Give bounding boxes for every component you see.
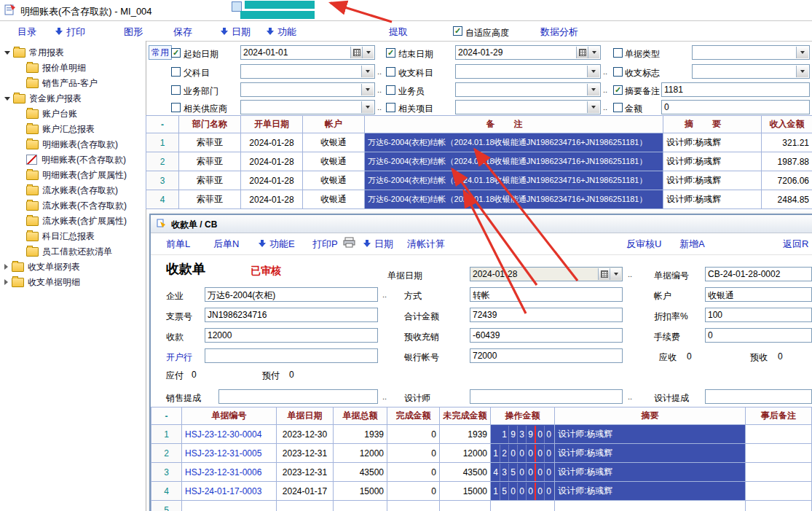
doc-no-cell[interactable] bbox=[182, 501, 277, 511]
sidebar-item-sales-product-customer[interactable]: 销售产品-客户 bbox=[26, 77, 98, 92]
table-row[interactable]: 4 HSJ-24-01-17-0003 2024-01-17 15000 0 1… bbox=[151, 482, 812, 501]
done-cell[interactable]: 0 bbox=[387, 463, 440, 482]
undone-cell[interactable]: 1939 bbox=[440, 425, 491, 444]
after-note-cell[interactable] bbox=[746, 444, 812, 463]
inout-flag-select[interactable] bbox=[692, 64, 810, 79]
dropdown-icon[interactable] bbox=[587, 66, 599, 77]
income-cell[interactable]: 1987.88 bbox=[762, 152, 812, 171]
doc-total-cell[interactable]: 43500 bbox=[334, 463, 387, 482]
dept-cell[interactable]: 索菲亚 bbox=[179, 133, 241, 152]
salesman-checkbox[interactable] bbox=[386, 85, 395, 95]
menu-print[interactable]: 打印 bbox=[55, 26, 85, 39]
table-row[interactable]: 2 索菲亚 2024-01-28 收银通 万达6-2004(衣柜)结帐（2024… bbox=[146, 152, 812, 171]
after-note-cell[interactable] bbox=[746, 463, 812, 482]
prev-doc-button[interactable]: 前单L bbox=[166, 238, 190, 251]
sidebar-item-flow-without-deposit[interactable]: 流水账表(不含存取款) bbox=[26, 200, 127, 214]
table-row[interactable]: 2 HSJ-23-12-31-0005 2023-12-31 12000 0 1… bbox=[151, 444, 812, 463]
sidebar-item-common-reports[interactable]: 常用报表 bbox=[4, 47, 64, 61]
sidebar-item-flow-extended[interactable]: 流水账表(含扩展属性) bbox=[26, 215, 127, 230]
menu-function[interactable]: 功能 bbox=[267, 26, 296, 39]
dept-cell[interactable]: 索菲亚 bbox=[179, 152, 241, 171]
dept-checkbox[interactable] bbox=[171, 85, 181, 95]
summary-cell[interactable]: 设计师:杨彧辉 bbox=[663, 190, 762, 209]
income-cell[interactable]: 321.21 bbox=[762, 133, 812, 152]
dept-select[interactable] bbox=[240, 82, 375, 97]
design-commission-input[interactable] bbox=[705, 389, 812, 404]
dropdown-icon[interactable] bbox=[362, 47, 374, 58]
supplier-select[interactable] bbox=[240, 100, 375, 114]
doc-date-input[interactable]: 2024-01-28 bbox=[470, 267, 623, 281]
doc-no-cell[interactable]: HSJ-24-01-17-0003 bbox=[182, 482, 277, 501]
doc-date-cell[interactable]: 2023-12-30 bbox=[277, 425, 334, 444]
doc-no-cell[interactable]: HSJ-23-12-31-0006 bbox=[182, 463, 277, 482]
end-date-checkbox[interactable]: ✓ bbox=[386, 48, 395, 58]
dropdown-icon[interactable] bbox=[361, 101, 374, 113]
menu-catalog[interactable]: 目录 bbox=[17, 26, 36, 39]
dropdown-icon[interactable] bbox=[361, 84, 374, 95]
table-row[interactable]: 3 索菲亚 2024-01-28 收银通 万达6-2004(衣柜)结帐（2024… bbox=[146, 171, 812, 190]
note-cell-selected[interactable]: 万达6-2004(衣柜)结帐（2024.01.18收银能通JN198623471… bbox=[365, 190, 663, 209]
sidebar-item-account-summary[interactable]: 账户汇总报表 bbox=[26, 123, 95, 138]
parent-subject-select[interactable] bbox=[240, 64, 375, 79]
date-cell[interactable]: 2024-01-28 bbox=[241, 152, 303, 171]
dropdown-icon[interactable] bbox=[588, 47, 599, 58]
date-cell[interactable]: 2024-01-28 bbox=[241, 171, 303, 190]
back-button[interactable]: 返回R bbox=[783, 238, 808, 251]
summary-cell-selected[interactable]: 设计师:杨彧辉 bbox=[555, 444, 746, 463]
inout-subject-select[interactable] bbox=[455, 64, 601, 79]
after-note-cell[interactable] bbox=[746, 501, 812, 511]
doc-total-cell[interactable]: 1939 bbox=[334, 425, 387, 444]
summary-cell[interactable]: 设计师:杨彧辉 bbox=[663, 133, 762, 152]
summary-cell-selected[interactable]: 设计师:杨彧辉 bbox=[555, 425, 746, 444]
sidebar-item-fund-account-reports[interactable]: 资金账户报表 bbox=[4, 93, 82, 107]
amount-checkbox[interactable] bbox=[613, 103, 623, 112]
done-cell[interactable]: 0 bbox=[387, 444, 440, 463]
dropdown-icon[interactable] bbox=[610, 268, 621, 280]
fee-input[interactable]: 0 bbox=[705, 328, 812, 343]
undone-cell[interactable]: 12000 bbox=[440, 444, 491, 463]
account-cell[interactable]: 收银通 bbox=[303, 171, 365, 190]
menu-extract[interactable]: 提取 bbox=[389, 26, 408, 39]
sidebar-item-flow-with-deposit[interactable]: 流水账表(含存取款) bbox=[26, 184, 118, 199]
sidebar-item-detail-extended[interactable]: 明细账表(含扩展属性) bbox=[26, 169, 127, 184]
dropdown-icon[interactable] bbox=[587, 84, 599, 95]
note-cell-selected[interactable]: 万达6-2004(衣柜)结帐（2024.01.18收银能通JN198623471… bbox=[365, 133, 663, 152]
sidebar-item-detail-with-deposit[interactable]: 明细账表(含存取款) bbox=[26, 139, 118, 153]
bank-account-input[interactable]: 72000 bbox=[470, 348, 623, 363]
account-input[interactable]: 收银通 bbox=[705, 287, 812, 302]
discount-rate-input[interactable]: 100 bbox=[705, 308, 812, 322]
doc-date-cell[interactable]: 2023-12-31 bbox=[277, 444, 334, 463]
bank-input[interactable] bbox=[205, 348, 378, 363]
sales-commission-input[interactable] bbox=[218, 389, 378, 404]
menu-graph[interactable]: 图形 bbox=[124, 26, 143, 39]
sidebar-item-detail-without-deposit-selected[interactable]: 明细账表(不含存取款) bbox=[26, 154, 126, 168]
op-amount-cell[interactable] bbox=[491, 501, 555, 511]
designer-input[interactable] bbox=[470, 389, 623, 404]
undone-cell[interactable] bbox=[440, 501, 491, 511]
calendar-icon[interactable] bbox=[598, 268, 610, 280]
date-menu-button[interactable]: 日期 bbox=[363, 238, 393, 251]
undone-cell[interactable]: 15000 bbox=[440, 482, 491, 501]
summary-cell-selected[interactable]: 设计师:杨彧辉 bbox=[555, 482, 746, 501]
doc-total-cell[interactable]: 15000 bbox=[334, 482, 387, 501]
table-row[interactable]: 1 HSJ-23-12-30-0004 2023-12-30 1939 0 19… bbox=[151, 425, 812, 444]
project-checkbox[interactable] bbox=[386, 103, 395, 112]
dropdown-icon[interactable] bbox=[796, 66, 808, 77]
collapse-icon[interactable] bbox=[4, 279, 8, 285]
expand-icon[interactable] bbox=[4, 97, 10, 101]
menu-date[interactable]: 日期 bbox=[221, 26, 251, 39]
total-amount-input[interactable]: 72439 bbox=[470, 308, 623, 322]
calendar-icon[interactable] bbox=[350, 47, 362, 58]
parent-subject-checkbox[interactable] bbox=[171, 67, 181, 77]
doc-no-cell[interactable]: HSJ-23-12-31-0005 bbox=[182, 444, 277, 463]
done-cell[interactable] bbox=[387, 501, 440, 511]
after-note-cell[interactable] bbox=[746, 425, 812, 444]
function-menu-button[interactable]: 功能E bbox=[259, 238, 295, 251]
calendar-icon[interactable] bbox=[576, 47, 588, 58]
dept-cell[interactable]: 索菲亚 bbox=[179, 190, 241, 209]
supplier-checkbox[interactable] bbox=[171, 103, 181, 112]
table-row[interactable]: 3 HSJ-23-12-31-0006 2023-12-31 43500 0 4… bbox=[151, 463, 812, 482]
menu-data-analysis[interactable]: 数据分析 bbox=[540, 26, 578, 39]
summary-note-input[interactable]: 1181 bbox=[661, 82, 810, 97]
date-cell[interactable]: 2024-01-28 bbox=[241, 190, 303, 209]
